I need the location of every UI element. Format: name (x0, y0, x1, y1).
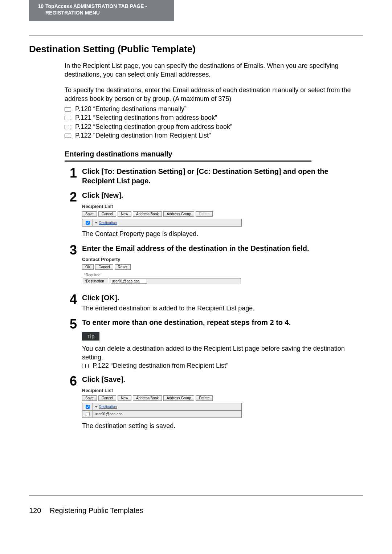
recipient-list-title: Recipient List (82, 388, 363, 393)
contact-property-title: Contact Property (82, 257, 363, 262)
save-button[interactable]: Save (82, 211, 97, 217)
book-icon (65, 134, 71, 138)
chapter-title-line2: REGISTRATION MENU (45, 10, 100, 16)
step-5: 5 To enter more than one destination, re… (29, 318, 363, 370)
contact-property-table: *Required *Destination (82, 272, 242, 285)
step-number: 1 (64, 167, 82, 186)
address-book-button[interactable]: Address Book (133, 395, 162, 401)
step-1: 1 Click [To: Destination Setting] or [Cc… (29, 167, 363, 186)
chapter-number: 10 (34, 2, 44, 9)
bottom-rule (29, 496, 363, 496)
destination-column-header[interactable]: Destination (93, 403, 242, 410)
tip-body: You can delete a destination added to th… (82, 344, 363, 362)
recipient-list-table: Destination user01@aaa.aaa (82, 403, 242, 418)
step-text: The entered destination is added to the … (82, 304, 363, 313)
contact-property-toolbar: OK Cancel Reset (82, 264, 363, 270)
chapter-title: TopAccess ADMINISTRATION TAB PAGE - REGI… (45, 2, 147, 16)
step-title: Click [New]. (82, 191, 363, 200)
tip-reference: P.122 “Deleting destination from Recipie… (82, 362, 363, 370)
step-title: Click [Save]. (82, 375, 363, 384)
step-number: 3 (64, 244, 82, 288)
subheading-rule-top (65, 160, 311, 160)
subheading: Entering destinations manually (65, 150, 363, 158)
required-label: *Required (83, 273, 241, 277)
row-destination-cell: user01@aaa.aaa (93, 410, 242, 417)
reference-line-3: P.122 “Selecting destination group from … (65, 122, 363, 131)
step-3: 3 Enter the Email address of the destina… (29, 244, 363, 288)
content-area: Destination Setting (Public Template) In… (29, 40, 363, 430)
top-rule (29, 36, 363, 36)
book-icon (65, 107, 71, 111)
recipient-list-toolbar: Save Cancel New Address Book Address Gro… (82, 211, 363, 217)
select-all-checkbox[interactable] (86, 221, 90, 225)
reference-text: P.120 “Entering destinations manually” (75, 105, 187, 113)
step-title: Click [OK]. (82, 293, 363, 302)
cancel-button[interactable]: Cancel (95, 264, 113, 270)
address-group-button[interactable]: Address Group (163, 211, 194, 217)
cancel-button[interactable]: Cancel (98, 211, 116, 217)
destination-input-cell (109, 278, 241, 284)
destination-input[interactable] (111, 279, 147, 284)
delete-button[interactable]: Delete (196, 211, 213, 217)
destination-row: *Destination (83, 278, 241, 284)
destination-header-link[interactable]: Destination (99, 405, 117, 409)
tip-reference-text: P.122 “Deleting destination from Recipie… (93, 362, 228, 369)
reference-text: P.122 “Deleting destination from Recipie… (75, 132, 211, 139)
page-number: 120 (29, 506, 41, 514)
row-checkbox[interactable] (86, 412, 90, 416)
reference-line-2: P.121 “Selecting destinations from addre… (65, 113, 363, 122)
tip-badge: Tip (82, 332, 99, 341)
recipient-list-ui-empty: Recipient List Save Cancel New Address B… (82, 204, 363, 227)
step-title: Enter the Email address of the destinati… (82, 244, 363, 253)
table-header-row: Destination (82, 219, 242, 227)
save-button[interactable]: Save (82, 395, 97, 401)
reset-button[interactable]: Reset (115, 264, 131, 270)
book-icon (65, 125, 71, 129)
intro-paragraph-1: In the Recipient List page, you can spec… (65, 61, 363, 79)
step-number: 6 (64, 375, 82, 430)
reference-text: P.121 “Selecting destinations from addre… (75, 114, 217, 121)
destination-label: *Destination (83, 278, 108, 284)
destination-header-link[interactable]: Destination (99, 221, 117, 225)
new-button[interactable]: New (118, 211, 131, 217)
recipient-list-toolbar: Save Cancel New Address Book Address Gro… (82, 395, 363, 401)
step-after-text: The destination setting is saved. (82, 421, 363, 430)
sort-arrow-icon (95, 222, 98, 224)
step-number: 5 (64, 318, 82, 370)
select-all-checkbox[interactable] (86, 405, 90, 409)
cancel-button[interactable]: Cancel (98, 395, 116, 401)
reference-line-1: P.120 “Entering destinations manually” (65, 105, 363, 113)
book-icon (82, 364, 89, 368)
step-after-text: The Contact Property page is displayed. (82, 229, 363, 238)
new-button[interactable]: New (118, 395, 131, 401)
book-icon (65, 116, 71, 120)
step-6: 6 Click [Save]. Recipient List Save Canc… (29, 375, 363, 430)
step-2: 2 Click [New]. Recipient List Save Cance… (29, 191, 363, 238)
recipient-list-title: Recipient List (82, 204, 363, 209)
chapter-header-tab: 10 TopAccess ADMINISTRATION TAB PAGE - R… (29, 0, 174, 21)
recipient-list-table: Destination (82, 219, 242, 227)
delete-button[interactable]: Delete (196, 395, 213, 401)
step-title: Click [To: Destination Setting] or [Cc: … (82, 167, 363, 186)
contact-property-ui: Contact Property OK Cancel Reset *Requir… (82, 257, 363, 285)
step-title: To enter more than one destination, repe… (82, 318, 363, 327)
intro-paragraph-2: To specify the destinations, enter the E… (65, 86, 363, 103)
running-title: Registering Public Templates (50, 506, 143, 514)
destination-column-header[interactable]: Destination (93, 219, 242, 227)
address-group-button[interactable]: Address Group (163, 395, 194, 401)
sort-arrow-icon (95, 406, 98, 408)
step-number: 2 (64, 191, 82, 238)
reference-text: P.122 “Selecting destination group from … (75, 123, 232, 130)
section-title: Destination Setting (Public Template) (29, 44, 363, 55)
subheading-rule-bottom (65, 161, 311, 162)
chapter-title-line1: TopAccess ADMINISTRATION TAB PAGE - (45, 3, 147, 9)
required-row: *Required (83, 273, 241, 277)
select-all-cell[interactable] (82, 403, 93, 410)
step-4: 4 Click [OK]. The entered destination is… (29, 293, 363, 313)
ok-button[interactable]: OK (82, 264, 94, 270)
row-checkbox-cell[interactable] (82, 410, 93, 417)
select-all-cell[interactable] (82, 219, 93, 227)
address-book-button[interactable]: Address Book (133, 211, 162, 217)
table-header-row: Destination (82, 403, 242, 410)
page-footer: 120 Registering Public Templates (29, 506, 143, 515)
